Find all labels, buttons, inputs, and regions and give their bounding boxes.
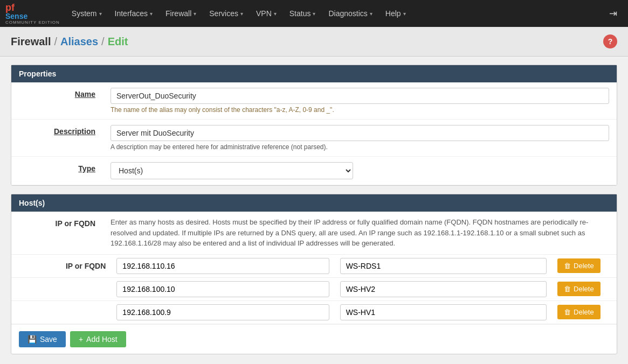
delete-cell-0: 🗑 Delete xyxy=(552,255,617,278)
hosts-hint-content: Enter as many hosts as desired. Hosts mu… xyxy=(103,212,617,254)
logout-icon[interactable]: ⇥ xyxy=(604,8,623,19)
ip-fqdn-label-cell-2 xyxy=(11,300,111,324)
nav-item-interfaces[interactable]: Interfaces ▾ xyxy=(108,2,159,25)
delete-button-2[interactable]: 🗑 Delete xyxy=(557,305,601,319)
hosts-hint-label-cell: IP or FQDN xyxy=(11,212,103,254)
name-label: Name xyxy=(75,90,95,99)
plus-icon: + xyxy=(79,335,83,344)
hosts-header: Host(s) xyxy=(11,194,617,212)
name-row: Name The name of the alias may only cons… xyxy=(11,82,617,120)
nav-item-vpn[interactable]: VPN ▾ xyxy=(250,2,283,25)
description-input[interactable] xyxy=(111,125,609,141)
ip-input-0[interactable] xyxy=(116,258,329,274)
hosts-hint-row: IP or FQDN Enter as many hosts as desire… xyxy=(11,212,617,254)
nav-item-status[interactable]: Status ▾ xyxy=(283,2,322,25)
description-label-cell: Description xyxy=(11,120,103,157)
desc-input-2[interactable] xyxy=(340,304,547,320)
ip-row-2: 🗑 Delete xyxy=(11,300,617,324)
name-input[interactable] xyxy=(111,88,609,104)
nav-firewall-label: Firewall xyxy=(165,9,191,18)
nav-status-caret: ▾ xyxy=(313,11,315,17)
desc-input-cell-0 xyxy=(335,255,552,278)
ip-input-2[interactable] xyxy=(116,304,329,320)
add-host-label: Add Host xyxy=(86,335,118,344)
save-label: Save xyxy=(40,335,57,344)
save-icon: 💾 xyxy=(27,335,37,344)
save-button[interactable]: 💾 Save xyxy=(19,331,66,347)
breadcrumb-edit: Edit xyxy=(108,36,128,48)
nav-vpn-caret: ▾ xyxy=(274,11,277,17)
description-label: Description xyxy=(54,127,95,136)
type-label-cell: Type xyxy=(11,157,103,185)
hosts-hint-text: Enter as many hosts as desired. Hosts mu… xyxy=(111,218,588,247)
nav-item-diagnostics[interactable]: Diagnostics ▾ xyxy=(322,2,378,25)
ip-row-1: 🗑 Delete xyxy=(11,277,617,300)
ip-input-cell-1 xyxy=(111,277,334,300)
add-host-button[interactable]: + Add Host xyxy=(70,331,126,347)
type-label: Type xyxy=(78,164,95,173)
type-value-cell: Host(s) Network(s) Port(s) xyxy=(103,157,617,185)
nav-item-system[interactable]: System ▾ xyxy=(65,2,108,25)
nav-system-caret: ▾ xyxy=(99,11,102,17)
brand: pf Sense Community Edition xyxy=(5,3,60,25)
delete-button-1[interactable]: 🗑 Delete xyxy=(557,282,601,296)
ip-fqdn-label: IP or FQDN xyxy=(66,262,106,270)
delete-cell-2: 🗑 Delete xyxy=(552,300,617,324)
help-button[interactable]: ? xyxy=(603,34,617,48)
type-select[interactable]: Host(s) Network(s) Port(s) xyxy=(111,162,353,179)
delete-cell-1: 🗑 Delete xyxy=(552,277,617,300)
breadcrumb-bar: Firewall / Aliases / Edit ? xyxy=(0,27,628,57)
nav-help-caret: ▾ xyxy=(403,11,406,17)
ip-rows-table: IP or FQDN 🗑 Delete xyxy=(11,255,617,324)
hosts-hint-table: IP or FQDN Enter as many hosts as desire… xyxy=(11,212,617,255)
type-row: Type Host(s) Network(s) Port(s) xyxy=(11,157,617,185)
description-value-cell: A description may be entered here for ad… xyxy=(103,120,617,157)
breadcrumb: Firewall / Aliases / Edit xyxy=(11,36,128,48)
breadcrumb-sep-1: / xyxy=(54,36,57,48)
action-bar: 💾 Save + Add Host xyxy=(11,324,617,354)
desc-input-cell-2 xyxy=(335,300,552,324)
description-row: Description A description may be entered… xyxy=(11,120,617,157)
name-label-cell: Name xyxy=(11,82,103,120)
ip-fqdn-label-cell: IP or FQDN xyxy=(11,255,111,278)
desc-input-1[interactable] xyxy=(340,281,547,297)
ip-input-cell-2 xyxy=(111,300,334,324)
ip-row-0: IP or FQDN 🗑 Delete xyxy=(11,255,617,278)
nav-status-label: Status xyxy=(289,9,311,18)
nav-interfaces-caret: ▾ xyxy=(150,11,153,17)
nav-firewall-caret: ▾ xyxy=(194,11,196,17)
desc-input-cell-1 xyxy=(335,277,552,300)
nav-item-firewall[interactable]: Firewall ▾ xyxy=(159,2,203,25)
nav-help-label: Help xyxy=(385,9,401,18)
name-value-cell: The name of the alias may only consist o… xyxy=(103,82,617,120)
properties-header: Properties xyxy=(11,65,617,82)
nav-item-help[interactable]: Help ▾ xyxy=(379,2,412,25)
name-hint: The name of the alias may only consist o… xyxy=(111,106,609,114)
properties-panel: Properties Name The name of the alias ma… xyxy=(11,65,617,186)
breadcrumb-sep-2: / xyxy=(101,36,105,48)
nav-diagnostics-label: Diagnostics xyxy=(328,9,367,18)
hosts-panel: Host(s) IP or FQDN Enter as many hosts a… xyxy=(11,194,617,354)
nav-services-caret: ▾ xyxy=(240,11,243,17)
breadcrumb-aliases[interactable]: Aliases xyxy=(60,36,98,48)
trash-icon-0: 🗑 xyxy=(564,262,571,270)
delete-label-0: Delete xyxy=(574,262,594,270)
navbar: pf Sense Community Edition System ▾ Inte… xyxy=(0,0,628,27)
nav-services-label: Services xyxy=(209,9,238,18)
delete-label-2: Delete xyxy=(574,308,594,316)
nav-interfaces-label: Interfaces xyxy=(115,9,148,18)
breadcrumb-firewall: Firewall xyxy=(11,36,51,48)
desc-input-0[interactable] xyxy=(340,258,547,274)
nav-item-services[interactable]: Services ▾ xyxy=(203,2,250,25)
trash-icon-1: 🗑 xyxy=(564,285,571,293)
description-hint: A description may be entered here for ad… xyxy=(111,143,609,151)
ip-fqdn-label-cell-1 xyxy=(11,277,111,300)
trash-icon-2: 🗑 xyxy=(564,308,571,316)
main-content: Properties Name The name of the alias ma… xyxy=(0,57,628,364)
ip-input-1[interactable] xyxy=(116,281,329,297)
delete-button-0[interactable]: 🗑 Delete xyxy=(557,258,601,273)
delete-label-1: Delete xyxy=(574,285,594,293)
nav-diagnostics-caret: ▾ xyxy=(370,11,372,17)
properties-form: Name The name of the alias may only cons… xyxy=(11,82,617,185)
nav-menu: System ▾ Interfaces ▾ Firewall ▾ Service… xyxy=(65,2,604,25)
